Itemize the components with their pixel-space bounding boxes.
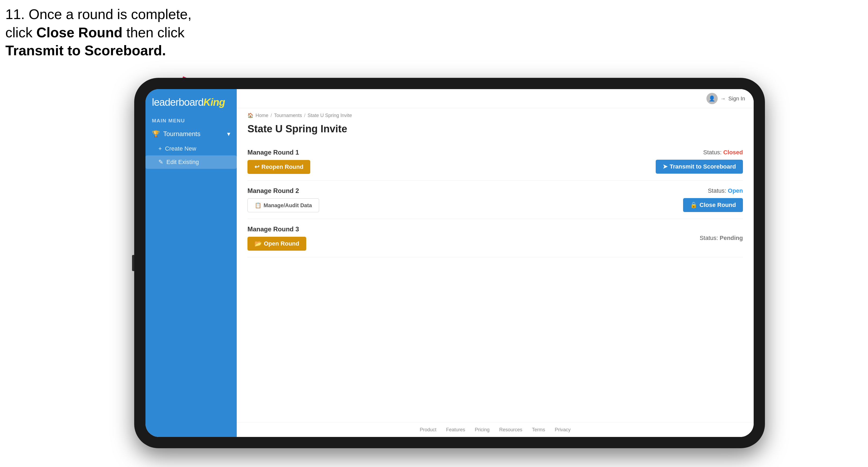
round-1-status: Status: Closed <box>703 149 743 156</box>
round-3-status-value: Pending <box>720 235 743 241</box>
instruction-block: 11. Once a round is complete, click Clos… <box>5 5 192 60</box>
footer-resources[interactable]: Resources <box>499 427 522 433</box>
sign-in-label: Sign In <box>728 96 745 102</box>
content-area: State U Spring Invite Manage Round 1 ↩ R… <box>237 121 754 423</box>
round-1-status-value: Closed <box>723 149 743 156</box>
sign-in-arrow-icon: → <box>720 96 726 102</box>
manage-audit-data-label: Manage/Audit Data <box>264 203 312 209</box>
reopen-icon: ↩ <box>254 163 259 170</box>
round-2-left: Manage Round 2 📋 Manage/Audit Data <box>247 187 319 212</box>
transmit-icon: ➤ <box>663 163 668 170</box>
user-avatar: 👤 <box>706 93 718 104</box>
trophy-icon: 🏆 <box>152 130 160 138</box>
round-1-left: Manage Round 1 ↩ Reopen Round <box>247 149 310 174</box>
reopen-round-label: Reopen Round <box>261 163 303 170</box>
footer-pricing[interactable]: Pricing <box>475 427 490 433</box>
round-2-status-value: Open <box>728 187 743 194</box>
breadcrumb-home[interactable]: Home <box>255 113 269 118</box>
footer-privacy[interactable]: Privacy <box>555 427 570 433</box>
round-2-status: Status: Open <box>708 187 743 194</box>
round-2-right: Status: Open 🔒 Close Round <box>683 187 743 212</box>
round-1-right: Status: Closed ➤ Transmit to Scoreboard <box>656 149 743 174</box>
sign-in-area[interactable]: 👤 → Sign In <box>706 93 745 104</box>
round-1-section: Manage Round 1 ↩ Reopen Round Status: Cl… <box>247 142 743 181</box>
main-menu-label: MAIN MENU <box>146 114 237 126</box>
footer-features[interactable]: Features <box>446 427 465 433</box>
open-round-label: Open Round <box>264 240 299 247</box>
instruction-line1: 11. Once a round is complete, <box>5 5 192 24</box>
sidebar-logo: leaderboardKing <box>146 89 237 114</box>
open-icon: 📂 <box>254 240 262 247</box>
plus-icon: + <box>158 145 162 152</box>
transmit-to-scoreboard-label: Transmit to Scoreboard <box>670 163 736 170</box>
open-round-button[interactable]: 📂 Open Round <box>247 237 306 251</box>
tournaments-label: Tournaments <box>163 130 200 138</box>
page-title: State U Spring Invite <box>247 123 743 135</box>
sidebar-item-edit-existing[interactable]: ✎ Edit Existing <box>146 155 237 169</box>
sidebar: leaderboardKing MAIN MENU 🏆 Tournaments … <box>146 89 237 437</box>
round-3-section: Manage Round 3 📂 Open Round Status: Pend… <box>247 219 743 257</box>
top-nav: 👤 → Sign In <box>237 89 754 108</box>
breadcrumb-tournaments[interactable]: Tournaments <box>274 113 302 118</box>
app-container: leaderboardKing MAIN MENU 🏆 Tournaments … <box>146 89 754 437</box>
app-footer: Product Features Pricing Resources Terms… <box>237 423 754 437</box>
reopen-round-button[interactable]: ↩ Reopen Round <box>247 160 310 174</box>
tablet-screen: leaderboardKing MAIN MENU 🏆 Tournaments … <box>146 89 754 437</box>
round-3-title: Manage Round 3 <box>247 225 306 233</box>
tablet-device: leaderboardKing MAIN MENU 🏆 Tournaments … <box>134 78 765 448</box>
edit-existing-label: Edit Existing <box>166 159 199 165</box>
close-round-label: Close Round <box>700 201 736 209</box>
sidebar-nav: 🏆 Tournaments ▾ + Create New ✎ Edit Exis… <box>146 126 237 169</box>
round-2-title: Manage Round 2 <box>247 187 319 195</box>
breadcrumb: 🏠 Home / Tournaments / State U Spring In… <box>237 108 754 121</box>
user-icon: 👤 <box>709 95 715 102</box>
breadcrumb-current: State U Spring Invite <box>308 113 352 118</box>
breadcrumb-sep2: / <box>304 113 305 118</box>
lock-icon: 🔒 <box>690 201 697 209</box>
footer-product[interactable]: Product <box>420 427 436 433</box>
manage-icon: 📋 <box>255 202 261 209</box>
tablet-side-button <box>132 255 134 271</box>
chevron-down-icon: ▾ <box>227 130 230 138</box>
home-icon: 🏠 <box>247 113 253 118</box>
sidebar-item-tournaments[interactable]: 🏆 Tournaments ▾ <box>146 126 237 142</box>
close-round-button[interactable]: 🔒 Close Round <box>683 198 743 212</box>
create-new-label: Create New <box>165 145 196 152</box>
transmit-to-scoreboard-button[interactable]: ➤ Transmit to Scoreboard <box>656 160 743 174</box>
logo: leaderboardKing <box>152 97 230 108</box>
instruction-line2: click Close Round then click <box>5 24 192 42</box>
round-3-status: Status: Pending <box>700 235 743 242</box>
sidebar-item-create-new[interactable]: + Create New <box>146 142 237 155</box>
instruction-line3: Transmit to Scoreboard. <box>5 41 192 60</box>
round-2-section: Manage Round 2 📋 Manage/Audit Data Statu… <box>247 181 743 219</box>
round-3-left: Manage Round 3 📂 Open Round <box>247 225 306 251</box>
round-1-title: Manage Round 1 <box>247 149 310 156</box>
breadcrumb-sep1: / <box>271 113 272 118</box>
footer-terms[interactable]: Terms <box>532 427 545 433</box>
main-content: 👤 → Sign In 🏠 Home / Tournaments / State… <box>237 89 754 437</box>
round-3-right: Status: Pending <box>700 235 743 242</box>
manage-audit-data-button[interactable]: 📋 Manage/Audit Data <box>247 198 319 212</box>
edit-icon: ✎ <box>158 159 163 165</box>
